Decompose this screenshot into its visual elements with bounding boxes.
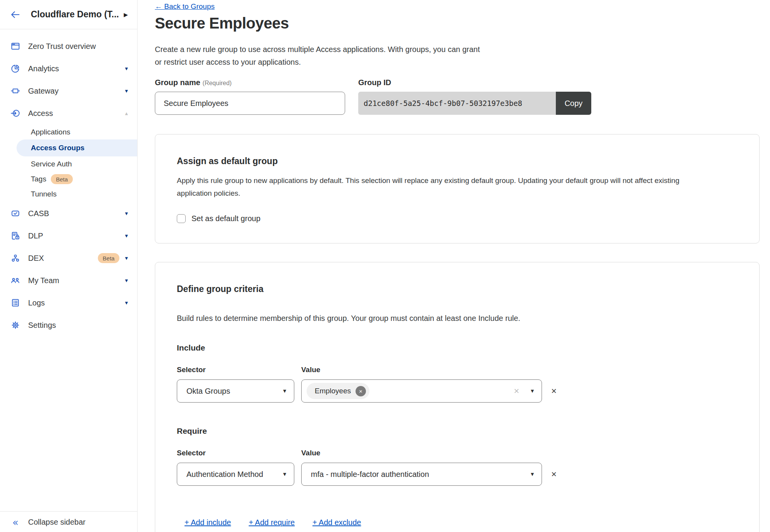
sidebar-item-label: Access Groups [31,144,84,152]
sidebar-item-dex[interactable]: DEX Beta ▾ [0,247,137,269]
chevron-down-icon: ▾ [125,278,128,284]
sidebar-item-label: Gateway [28,87,125,96]
sidebar-item-casb[interactable]: CASB ▾ [0,202,137,225]
sidebar-item-dlp[interactable]: DLP ▾ [0,225,137,247]
gateway-icon [10,86,20,96]
chevron-down-icon: ▾ [125,66,128,72]
page-title: Secure Employees [155,15,289,32]
account-name[interactable]: Cloudflare Demo (T... [31,9,121,20]
default-group-card: Assign as default group Apply this rule … [155,134,760,243]
sidebar-item-label: Applications [31,128,70,136]
default-group-card-description: Apply this rule group to new application… [177,174,724,200]
add-exclude-link[interactable]: + Add exclude [312,518,361,527]
access-icon [10,108,20,118]
criteria-card-description: Build rules to determine membership of t… [177,312,724,325]
sidebar-item-zero-trust-overview[interactable]: Zero Trust overview [0,35,137,57]
sidebar-item-label: Logs [28,299,125,307]
pie-chart-icon [10,64,20,74]
collapse-sidebar-button[interactable]: « Collapse sidebar [0,511,137,532]
sidebar-item-access[interactable]: Access ▴ [0,102,137,124]
page-description: Create a new rule group to use across mu… [155,43,480,69]
chevron-down-icon: ▾ [125,233,128,239]
sidebar-item-tunnels[interactable]: Tunnels [0,186,137,201]
page-description-line: Create a new rule group to use across mu… [155,43,480,56]
chevron-down-icon: ▾ [125,255,128,261]
value-label: Value [301,449,542,457]
sidebar-item-label: Tunnels [31,190,57,198]
people-icon [10,275,20,285]
default-group-card-title: Assign as default group [177,156,738,166]
group-name-input[interactable] [155,92,345,115]
add-require-link[interactable]: + Add require [249,518,295,527]
include-heading: Include [177,343,738,352]
add-include-link[interactable]: + Add include [185,518,231,527]
require-selector-column: Selector Authentication Method ▾ [177,449,294,486]
remove-include-rule-icon[interactable]: × [551,386,738,396]
back-to-groups-link[interactable]: ← Back to Groups [155,2,215,11]
remove-require-rule-icon[interactable]: × [551,470,738,479]
chevron-down-icon: ▾ [283,388,286,394]
set-default-group-checkbox[interactable] [177,214,186,223]
require-value: mfa - multiple-factor authentication [311,470,526,479]
group-name-field-group: Group name(Required) [155,78,345,115]
casb-icon [10,208,20,218]
set-default-group-label: Set as default group [191,214,260,223]
criteria-card-title: Define group criteria [177,284,738,294]
include-rule-row: Selector Okta Groups ▾ Value Employees × [177,366,738,403]
sidebar: Cloudflare Demo (T... ▶ Zero Trust overv… [0,0,138,532]
include-selector-select[interactable]: Okta Groups ▾ [177,379,294,403]
include-selector-value: Okta Groups [186,387,278,396]
sidebar-item-settings[interactable]: Settings [0,314,137,336]
sidebar-item-label: CASB [28,209,125,218]
group-id-label: Group ID [358,78,591,87]
sidebar-nav: Zero Trust overview Analytics ▾ Gateway … [0,29,137,336]
include-value-multiselect[interactable]: Employees × × ▾ [301,379,542,403]
chevron-down-icon: ▾ [125,300,128,306]
collapse-sidebar-label: Collapse sidebar [28,518,86,527]
sidebar-item-label: DLP [28,232,125,240]
sidebar-item-service-auth[interactable]: Service Auth [0,156,137,171]
sidebar-item-label: Analytics [28,64,125,73]
sidebar-item-access-groups[interactable]: Access Groups [17,139,137,156]
sidebar-item-label: Tags [31,175,46,183]
account-header: Cloudflare Demo (T... ▶ [0,0,137,29]
sidebar-item-label: Access [28,109,125,118]
beta-badge: Beta [51,174,73,184]
beta-badge: Beta [98,253,120,263]
include-value-column: Value Employees × × ▾ [301,366,542,403]
expand-account-chevron-icon[interactable]: ▶ [121,12,128,18]
back-arrow-icon[interactable] [10,9,21,20]
chevron-up-icon: ▴ [125,111,128,116]
value-tag: Employees × [307,383,369,399]
set-default-group-row: Set as default group [177,214,738,223]
document-lock-icon [10,231,20,241]
sidebar-item-logs[interactable]: Logs ▾ [0,292,137,314]
copy-button[interactable]: Copy [556,92,591,115]
sidebar-item-my-team[interactable]: My Team ▾ [0,269,137,292]
require-selector-select[interactable]: Authentication Method ▾ [177,463,294,486]
include-selector-column: Selector Okta Groups ▾ [177,366,294,403]
selector-label: Selector [177,366,294,374]
sidebar-item-label: DEX [28,254,93,263]
group-name-label: Group name(Required) [155,78,345,87]
access-subnav: Applications Access Groups Service Auth … [0,124,137,201]
require-value-column: Value mfa - multiple-factor authenticati… [301,449,542,486]
clear-values-icon[interactable]: × [514,386,519,396]
chevron-down-icon: ▾ [531,471,534,477]
chevron-down-icon: ▾ [283,471,286,477]
sidebar-item-label: Service Auth [31,160,72,168]
value-label: Value [301,366,542,374]
require-selector-value: Authentication Method [186,470,278,479]
sidebar-item-applications[interactable]: Applications [0,124,137,139]
sidebar-item-analytics[interactable]: Analytics ▾ [0,57,137,80]
collapse-chevrons-icon: « [10,518,20,527]
sidebar-item-tags[interactable]: Tags Beta [0,171,137,186]
chevron-down-icon: ▾ [531,388,534,394]
gear-icon [10,320,20,330]
sidebar-item-gateway[interactable]: Gateway ▾ [0,80,137,102]
dex-network-icon [10,253,20,263]
logs-icon [10,298,20,308]
tag-remove-icon[interactable]: × [356,386,366,396]
criteria-card: Define group criteria Build rules to det… [155,262,760,532]
require-value-select[interactable]: mfa - multiple-factor authentication ▾ [301,463,542,486]
